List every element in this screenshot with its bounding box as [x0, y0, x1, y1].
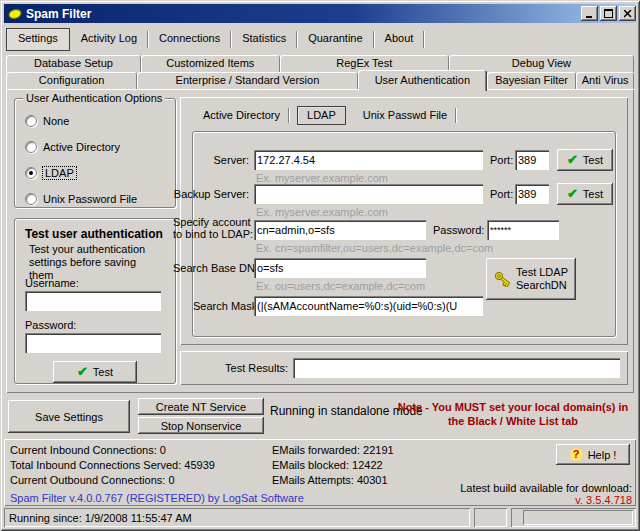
- test-auth-title: Test user authentication: [25, 227, 163, 241]
- key-icon: [494, 271, 512, 287]
- user-authentication-page: User Authentication Options None Active …: [6, 89, 634, 393]
- tab-activity-log[interactable]: Activity Log: [70, 28, 148, 51]
- radio-active-directory-circle[interactable]: [25, 141, 37, 153]
- password-input[interactable]: [25, 333, 161, 353]
- radio-ldap-circle[interactable]: [25, 167, 37, 179]
- server-hint: Ex. myserver.example.com: [256, 172, 388, 184]
- directory-tab-bar: Active Directory LDAP Unix Passwd File: [194, 106, 456, 125]
- ldap-settings-group: Server: Port: ✔ Test Ex. myserver.exampl…: [192, 131, 616, 337]
- check-icon: ✔: [77, 367, 88, 377]
- status-empty-panel: [474, 508, 507, 527]
- latest-build-label: Latest build available for download:: [460, 482, 632, 494]
- server-input[interactable]: [254, 150, 483, 170]
- app-version-text: Spam Filter v.4.0.0.767 (REGISTERED) by …: [10, 492, 304, 504]
- statistics-panel: Current Inbound Connections: 0 Total Inb…: [4, 439, 636, 506]
- app-window: Spam Filter Settings Activity Log Connec…: [0, 0, 640, 531]
- tab-customized-items[interactable]: Customized Items: [141, 55, 280, 72]
- tab-statistics[interactable]: Statistics: [231, 28, 297, 51]
- backup-test-button[interactable]: ✔ Test: [557, 183, 613, 205]
- check-icon: ✔: [567, 155, 578, 165]
- stat-current-inbound: Current Inbound Connections: 0: [10, 444, 166, 456]
- status-running-since: Running since: 1/9/2008 11:55:47 AM: [4, 508, 470, 527]
- server-label: Server:: [193, 154, 249, 166]
- tab-quarantine[interactable]: Quarantine: [297, 28, 373, 51]
- server-port-label: Port:: [490, 154, 513, 166]
- server-port-input[interactable]: [515, 150, 549, 170]
- test-results-input[interactable]: [293, 358, 620, 378]
- radio-ldap[interactable]: LDAP: [25, 167, 76, 179]
- radio-none-circle[interactable]: [25, 115, 37, 127]
- stat-emails-forwarded: EMails forwarded: 22191: [272, 444, 394, 456]
- stat-emails-attempts: EMails Attempts: 40301: [272, 474, 388, 486]
- tab-anti-virus[interactable]: Anti Virus: [576, 72, 634, 89]
- check-icon: ✔: [567, 189, 578, 199]
- search-mask-label: Search Mask:: [193, 300, 249, 312]
- backup-port-input[interactable]: [515, 184, 549, 204]
- username-input[interactable]: [25, 291, 161, 311]
- tab-inner-unix-passwd-file[interactable]: Unix Passwd File: [354, 106, 456, 125]
- bind-account-input[interactable]: [254, 220, 426, 240]
- auth-options-group: User Authentication Options None Active …: [14, 98, 176, 208]
- radio-unix-password-file[interactable]: Unix Password File: [25, 193, 137, 205]
- radio-none[interactable]: None: [25, 115, 69, 127]
- base-dn-hint: Ex. ou=users,dc=example,dc=com: [256, 280, 425, 292]
- tab-enterprise-standard-version[interactable]: Enterprise / Standard Version: [137, 72, 358, 89]
- radio-unix-password-file-circle[interactable]: [25, 193, 37, 205]
- domain-note-text: Note - You MUST set your local domain(s)…: [392, 400, 634, 428]
- auth-options-group-title: User Authentication Options: [23, 92, 165, 104]
- latest-build-version: v. 3.5.4.718: [575, 494, 632, 506]
- backup-port-label: Port:: [490, 188, 513, 200]
- progress-bar: [523, 510, 633, 525]
- test-auth-group: Test user authentication Test your authe…: [14, 218, 176, 384]
- window-title: Spam Filter: [26, 7, 581, 21]
- stat-emails-blocked: EMails blocked: 12422: [272, 459, 383, 471]
- save-settings-button[interactable]: Save Settings: [8, 400, 130, 433]
- base-dn-label: Search Base DN:: [173, 262, 249, 274]
- app-icon: [8, 7, 22, 20]
- close-button[interactable]: [619, 6, 636, 21]
- bind-password-input[interactable]: [487, 220, 559, 240]
- tab-about[interactable]: About: [374, 28, 425, 51]
- password-label: Password:: [25, 319, 76, 331]
- help-button[interactable]: ? Help !: [556, 444, 630, 465]
- search-mask-input[interactable]: [254, 296, 483, 316]
- server-test-button[interactable]: ✔ Test: [557, 149, 613, 171]
- create-nt-service-button[interactable]: Create NT Service: [138, 398, 264, 415]
- test-auth-button[interactable]: ✔ Test: [53, 361, 137, 383]
- bind-hint: Ex. cn=spamfilter,ou=users,dc=example,dc…: [256, 242, 493, 254]
- backup-server-label: Backup Server:: [173, 188, 249, 200]
- backup-hint: Ex. myserver.example.com: [256, 206, 388, 218]
- status-bar: Running since: 1/9/2008 11:55:47 AM: [4, 508, 636, 527]
- status-progress-panel: [511, 508, 636, 527]
- tab-settings[interactable]: Settings: [6, 28, 70, 51]
- help-icon: ?: [570, 448, 583, 461]
- tab-database-setup[interactable]: Database Setup: [6, 55, 141, 72]
- tab-bayesian-filter[interactable]: Bayesian Filter: [487, 72, 576, 89]
- minimize-button[interactable]: [581, 6, 598, 21]
- backup-server-input[interactable]: [254, 184, 483, 204]
- base-dn-input[interactable]: [254, 258, 426, 278]
- main-tab-bar: Settings Activity Log Connections Statis…: [6, 28, 424, 51]
- tab-inner-ldap[interactable]: LDAP: [297, 106, 346, 125]
- titlebar: Spam Filter: [4, 4, 636, 23]
- tab-configuration[interactable]: Configuration: [6, 72, 137, 89]
- stop-nonservice-button[interactable]: Stop Nonservice: [138, 417, 264, 434]
- tab-connections[interactable]: Connections: [148, 28, 231, 51]
- stat-current-outbound: Current Outbound Connections: 0: [10, 474, 175, 486]
- settings-tab-row-upper: Database Setup Customized Items RegEx Te…: [6, 55, 634, 72]
- tab-user-authentication[interactable]: User Authentication: [358, 70, 487, 91]
- username-label: Username:: [25, 277, 79, 289]
- directory-settings-panel: Active Directory LDAP Unix Passwd File S…: [180, 97, 628, 345]
- test-results-panel: Test Results:: [180, 351, 628, 385]
- bind-password-label: Password:: [433, 224, 484, 236]
- test-results-label: Test Results:: [224, 362, 288, 374]
- tab-inner-active-directory[interactable]: Active Directory: [194, 106, 289, 125]
- stat-total-inbound-served: Total Inbound Connections Served: 45939: [10, 459, 215, 471]
- maximize-button[interactable]: [600, 6, 617, 21]
- bind-account-label: Specify account to bind to LDAP:: [173, 216, 249, 240]
- radio-active-directory[interactable]: Active Directory: [25, 141, 120, 153]
- test-ldap-searchdn-button[interactable]: Test LDAPSearchDN: [486, 258, 576, 300]
